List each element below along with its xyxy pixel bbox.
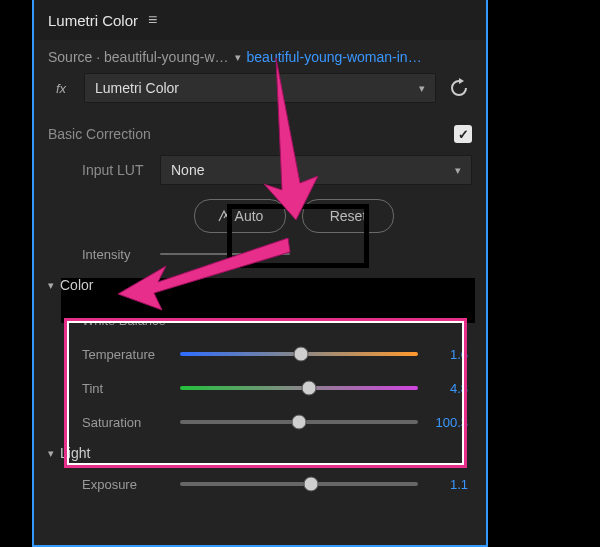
input-lut-value: None [171,162,204,178]
intensity-slider[interactable] [160,253,290,255]
basic-correction-label: Basic Correction [48,126,151,142]
param-label: Saturation [82,415,170,430]
color-section-header[interactable]: ▾ Color [34,271,486,299]
param-row: Tint4.8 [34,371,486,405]
source-row: Source · beautiful-young-w… ▾ beautiful-… [34,40,486,65]
reset-effect-button[interactable] [446,76,472,100]
param-value[interactable]: 1.6 [428,347,468,362]
param-slider[interactable] [180,386,418,390]
fx-badge-icon[interactable]: fx [48,79,74,97]
slider-thumb[interactable] [303,477,318,492]
chevron-down-icon: ▾ [455,164,461,177]
panel-header: Lumetri Color ≡ [34,0,486,40]
param-label: Exposure [82,477,170,492]
effect-row: fx Lumetri Color ▾ [34,65,486,113]
light-section-header[interactable]: ▾ Light [34,439,486,467]
param-value[interactable]: 1.1 [428,477,468,492]
slider-thumb[interactable] [301,381,316,396]
source-label: Source · beautiful-young-w… [48,49,229,65]
input-lut-label: Input LUT [82,162,160,178]
effect-dropdown-label: Lumetri Color [95,80,179,96]
light-section-label: Light [60,445,90,461]
white-balance-label: White Balance [82,313,182,328]
reset-button[interactable]: Reset [302,199,394,233]
param-row: Temperature1.6 [34,337,486,371]
panel-title: Lumetri Color [48,12,138,29]
param-row: Exposure1.1 [34,467,486,501]
panel-menu-icon[interactable]: ≡ [148,11,157,29]
slider-thumb[interactable] [294,347,309,362]
param-slider[interactable] [180,482,418,486]
chevron-down-icon: ▾ [419,82,425,95]
effect-dropdown[interactable]: Lumetri Color ▾ [84,73,436,103]
param-row: Saturation100.3 [34,405,486,439]
reset-button-label: Reset [330,208,367,224]
slider-thumb[interactable] [292,415,307,430]
basic-correction-toggle[interactable]: ✓ [454,125,472,143]
chevron-down-icon: ▾ [48,279,54,292]
eyedropper-icon[interactable]: ✎ [193,307,217,332]
param-slider[interactable] [180,352,418,356]
param-slider[interactable] [180,420,418,424]
param-value[interactable]: 100.3 [428,415,468,430]
color-section-label: Color [60,277,93,293]
source-clip-link[interactable]: beautiful-young-woman-in… [247,49,422,65]
lumetri-panel: Lumetri Color ≡ Source · beautiful-young… [34,0,486,545]
input-lut-dropdown[interactable]: None ▾ [160,155,472,185]
chevron-down-icon: ▾ [48,447,54,460]
auto-button-label: Auto [235,208,264,224]
chevron-down-icon[interactable]: ▾ [235,51,241,64]
basic-correction-section: Basic Correction ✓ [34,113,486,149]
param-value[interactable]: 4.8 [428,381,468,396]
auto-button[interactable]: Auto [194,199,286,233]
intensity-label: Intensity [82,247,150,262]
param-label: Temperature [82,347,170,362]
param-label: Tint [82,381,170,396]
